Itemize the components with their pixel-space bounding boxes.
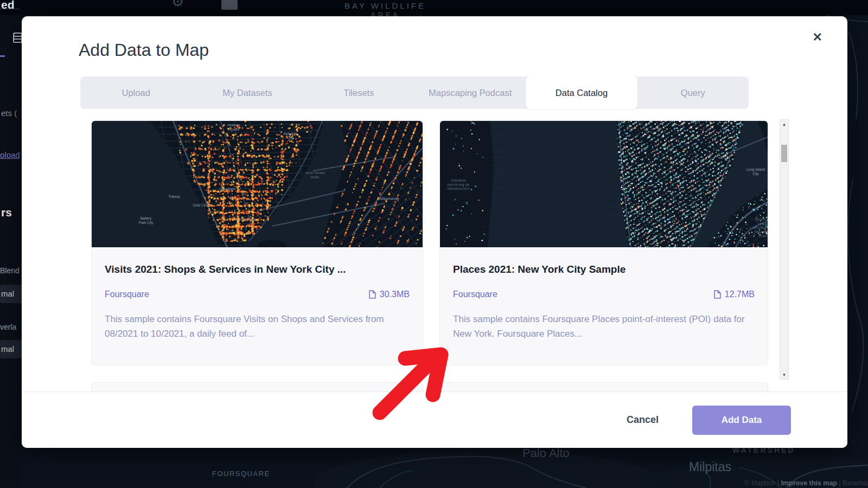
tab-data-catalog[interactable]: Data Catalog bbox=[526, 76, 637, 109]
tab-tilesets[interactable]: Tilesets bbox=[303, 76, 414, 109]
sidebar-datasets-fragment: ets ( bbox=[1, 108, 17, 118]
dataset-card-places-2021[interactable]: Places 2021: New York City Sample Foursq… bbox=[439, 120, 768, 365]
scrollbar-up-arrow[interactable]: ▲ bbox=[780, 120, 788, 129]
sidebar-overlay-dropdown: mal bbox=[0, 340, 22, 358]
attribution-separator: | bbox=[777, 479, 779, 487]
map-label-foursquare: FOURSQUARE bbox=[212, 470, 270, 478]
catalog-scroll-area: Visits 2021: Shops & Services in New Yor… bbox=[22, 118, 847, 391]
tab-mapscaping-podcast[interactable]: Mapscaping Podcast bbox=[414, 76, 526, 109]
modal-footer: Cancel Add Data bbox=[22, 391, 847, 448]
datasets-table-icon bbox=[13, 33, 22, 43]
add-data-button[interactable]: Add Data bbox=[692, 406, 791, 435]
dataset-filesize: 30.3MB bbox=[369, 290, 410, 299]
dataset-size-text: 30.3MB bbox=[380, 290, 410, 299]
attribution-separator: | bbox=[839, 479, 840, 487]
tab-upload[interactable]: Upload bbox=[80, 76, 192, 109]
next-row-card-stub bbox=[439, 382, 768, 391]
toolbar-button-fragment bbox=[221, 0, 238, 10]
dataset-title: Visits 2021: Shops & Services in New Yor… bbox=[105, 264, 410, 275]
dataset-thumbnail-places-map bbox=[440, 121, 768, 247]
attribution-copyright: © Mapbox bbox=[744, 479, 775, 487]
dataset-filesize: 12.7MB bbox=[714, 290, 755, 299]
dataset-provider: Foursquare bbox=[453, 290, 497, 299]
settings-gear-icon: ⚙ bbox=[171, 0, 184, 10]
cancel-button[interactable]: Cancel bbox=[627, 414, 659, 426]
map-label-milpitas: Milpitas bbox=[689, 460, 731, 474]
map-label-palo-alto: Palo Alto bbox=[522, 446, 570, 460]
sidebar-layer-blending-fragment: Blend bbox=[0, 266, 20, 275]
background-title-fragment: ed bbox=[1, 0, 15, 11]
sidebar-layers-heading-fragment: rs bbox=[1, 206, 12, 219]
attribution-improve-link: Improve this map bbox=[781, 479, 837, 487]
background-sidebar: ets ( oload rs Blend mal verla mal bbox=[0, 15, 22, 488]
modal-title: Add Data to Map bbox=[79, 40, 209, 60]
modal-tab-bar: Upload My Datasets Tilesets Mapscaping P… bbox=[80, 76, 749, 109]
tab-query[interactable]: Query bbox=[637, 76, 749, 109]
sidebar-active-tab-indicator bbox=[0, 55, 5, 57]
add-data-modal: ✕ Add Data to Map Upload My Datasets Til… bbox=[22, 16, 847, 448]
file-icon bbox=[369, 290, 376, 299]
close-icon[interactable]: ✕ bbox=[813, 31, 822, 43]
dataset-title: Places 2021: New York City Sample bbox=[453, 264, 755, 275]
dataset-provider: Foursquare bbox=[105, 290, 149, 299]
attribution-basemap: Basemap bbox=[843, 479, 868, 487]
sidebar-overlay-blending-fragment: verla bbox=[0, 323, 16, 331]
next-row-card-stub bbox=[91, 382, 423, 391]
catalog-scrollbar[interactable]: ▲ ▼ bbox=[780, 119, 789, 380]
file-icon bbox=[714, 290, 721, 299]
map-attribution: © Mapbox | Improve this map | Basemap bbox=[744, 479, 868, 487]
background-title-underline bbox=[0, 9, 20, 9]
scrollbar-down-arrow[interactable]: ▼ bbox=[780, 370, 788, 379]
scrollbar-thumb[interactable] bbox=[781, 145, 787, 162]
dropdown-value-fragment: mal bbox=[1, 344, 14, 354]
dataset-thumbnail-visits-map bbox=[92, 121, 423, 247]
sidebar-blending-dropdown: mal bbox=[0, 285, 22, 303]
background-top-bar: ed ⚙ BAY WILDLIFE AREA bbox=[0, 0, 868, 15]
sidebar-upload-link-fragment: oload bbox=[0, 150, 20, 159]
dropdown-value-fragment: mal bbox=[1, 289, 14, 298]
dataset-description: This sample contains Foursquare Visits o… bbox=[105, 312, 410, 341]
tab-my-datasets[interactable]: My Datasets bbox=[192, 76, 303, 109]
dataset-card-visits-2021[interactable]: Visits 2021: Shops & Services in New Yor… bbox=[91, 120, 423, 365]
map-label-bay-wildlife: BAY WILDLIFE bbox=[326, 1, 445, 10]
dataset-description: This sample contains Foursquare Places p… bbox=[453, 312, 755, 341]
dataset-size-text: 12.7MB bbox=[725, 290, 755, 299]
